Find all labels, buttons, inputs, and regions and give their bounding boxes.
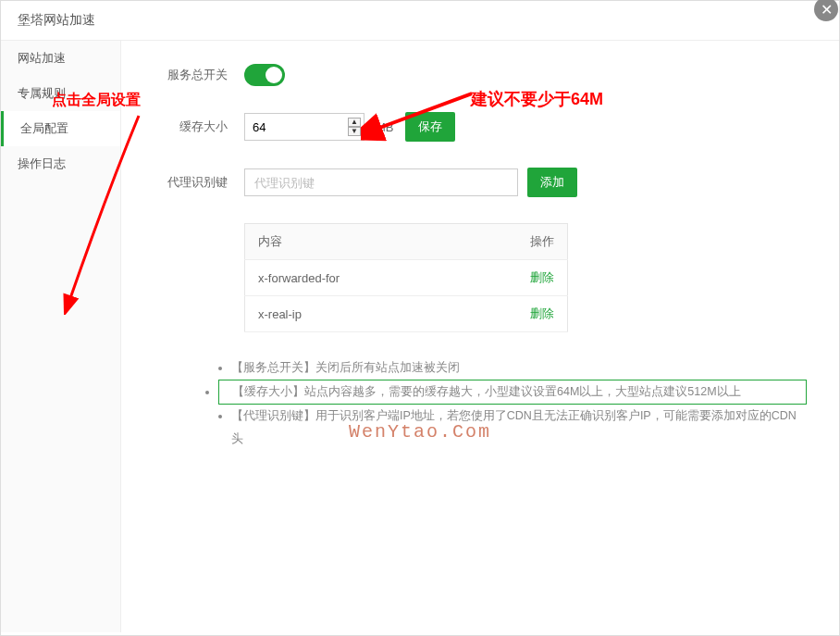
content: 服务总开关 缓存大小 ▲ ▼ MB 保存 代理识别键 添加: [121, 41, 839, 632]
spinner: ▲ ▼: [348, 113, 361, 141]
table-row: x-real-ip 删除: [245, 296, 568, 332]
th-content: 内容: [245, 224, 465, 260]
modal-title: 堡塔网站加速: [1, 1, 839, 41]
row-cache-size: 缓存大小 ▲ ▼ MB 保存: [154, 112, 807, 142]
input-cache-size[interactable]: [244, 113, 364, 141]
note-item: 【服务总开关】关闭后所有站点加速被关闭: [231, 356, 807, 380]
modal: ✕ 堡塔网站加速 网站加速 专属规则 全局配置 操作日志 服务总开关 缓存大小 …: [0, 0, 840, 636]
proxy-key-table: 内容 操作 x-forwarded-for 删除 x-real-ip 删除: [244, 223, 568, 332]
toggle-service-switch[interactable]: [244, 64, 285, 86]
note-item-highlighted: 【缓存大小】站点内容越多，需要的缓存越大，小型建议设置64M以上，大型站点建议5…: [218, 380, 807, 405]
note-item: 【代理识别键】用于识别客户端IP地址，若您使用了CDN且无法正确识别客户IP，可…: [231, 405, 807, 451]
watermark: WenYtao.Com: [349, 421, 491, 443]
cell-content: x-real-ip: [245, 296, 465, 332]
row-service-switch: 服务总开关: [154, 64, 807, 86]
sidebar: 网站加速 专属规则 全局配置 操作日志: [1, 41, 121, 632]
cell-content: x-forwarded-for: [245, 260, 465, 296]
sidebar-item-global-config[interactable]: 全局配置: [1, 111, 120, 146]
row-proxy-key: 代理识别键 添加: [154, 168, 807, 197]
delete-link[interactable]: 删除: [530, 270, 554, 284]
spinner-down-icon[interactable]: ▼: [348, 127, 361, 136]
table-row: x-forwarded-for 删除: [245, 260, 568, 296]
label-service-switch: 服务总开关: [154, 67, 228, 83]
label-proxy-key: 代理识别键: [154, 174, 228, 191]
save-button[interactable]: 保存: [405, 112, 455, 142]
delete-link[interactable]: 删除: [530, 306, 554, 320]
label-cache-size: 缓存大小: [154, 118, 228, 135]
sidebar-item-rules[interactable]: 专属规则: [1, 76, 120, 111]
sidebar-item-logs[interactable]: 操作日志: [1, 146, 120, 181]
unit-mb: MB: [376, 120, 394, 134]
spinner-up-icon[interactable]: ▲: [348, 118, 361, 127]
modal-body: 网站加速 专属规则 全局配置 操作日志 服务总开关 缓存大小 ▲ ▼ MB 保存: [1, 41, 839, 632]
sidebar-item-site-accel[interactable]: 网站加速: [1, 41, 120, 76]
th-action: 操作: [464, 224, 567, 260]
notes-list: 【服务总开关】关闭后所有站点加速被关闭 【缓存大小】站点内容越多，需要的缓存越大…: [213, 356, 807, 451]
input-proxy-key[interactable]: [244, 168, 518, 196]
add-button[interactable]: 添加: [527, 168, 577, 197]
